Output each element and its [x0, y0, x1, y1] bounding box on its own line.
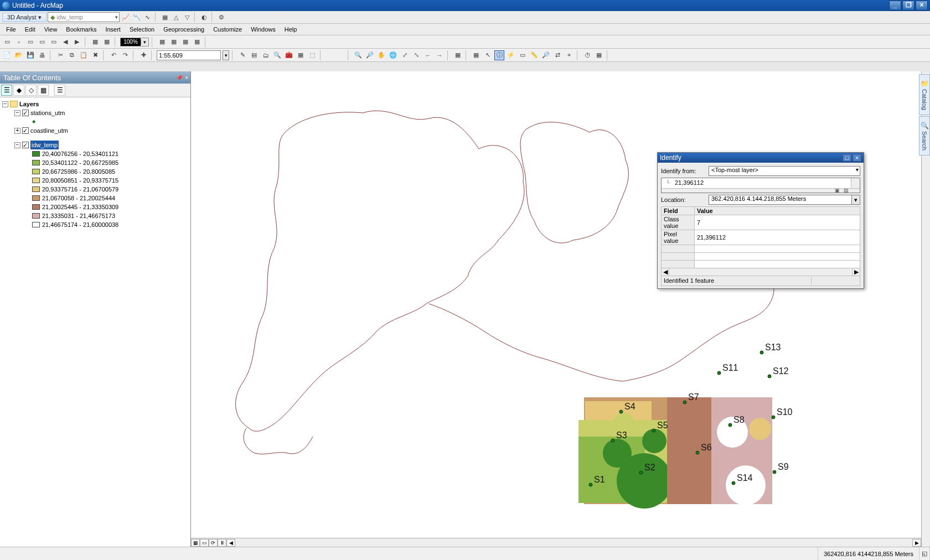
- station-point[interactable]: [619, 410, 623, 413]
- toc-pin-icon[interactable]: 📌: [176, 75, 183, 81]
- identify-titlebar[interactable]: Identify □ ×: [658, 153, 864, 163]
- find-route-icon[interactable]: ⇄: [552, 50, 562, 60]
- expand-icon[interactable]: −: [14, 110, 20, 116]
- tin-node-icon[interactable]: ▽: [182, 12, 192, 22]
- scale-dropdown-icon[interactable]: ▾: [223, 50, 229, 60]
- menu-customize[interactable]: Customize: [209, 25, 246, 34]
- toc-list-by-source-icon[interactable]: ◆: [13, 85, 24, 96]
- go-forward-icon[interactable]: →: [435, 50, 445, 60]
- list-hscrollbar[interactable]: [662, 188, 860, 193]
- arctoolbox-icon[interactable]: 🧰: [284, 50, 294, 60]
- find-icon[interactable]: 🔎: [541, 50, 551, 60]
- tin-edit-icon[interactable]: △: [171, 12, 181, 22]
- select-features-icon[interactable]: ▦: [453, 50, 463, 60]
- station-point[interactable]: [732, 481, 735, 485]
- paste-icon[interactable]: 📋: [79, 50, 89, 60]
- scroll-left-icon[interactable]: ◀: [226, 539, 235, 547]
- create-viewer-icon[interactable]: ▦: [594, 50, 604, 60]
- toc-options-icon[interactable]: ☰: [54, 85, 65, 96]
- pause-drawing-icon[interactable]: ⏸: [218, 539, 226, 547]
- page-setup-icon[interactable]: ▦: [102, 37, 112, 47]
- identify-window[interactable]: Identify □ × Identify from: <Top-most la…: [657, 152, 864, 289]
- new-icon[interactable]: 📄: [2, 50, 12, 60]
- identify-from-dropdown[interactable]: <Top-most layer>: [709, 166, 860, 176]
- menu-edit[interactable]: Edit: [21, 25, 39, 34]
- options-icon[interactable]: ⚙: [216, 12, 226, 22]
- delete-icon[interactable]: ✖: [90, 50, 100, 60]
- interpolate-line-icon[interactable]: 📈: [121, 12, 131, 22]
- go-back-icon[interactable]: ←: [423, 50, 433, 60]
- table-header-field[interactable]: Field: [662, 207, 695, 215]
- toc-list-by-selection-icon[interactable]: ▦: [38, 85, 49, 96]
- refresh-icon[interactable]: ⟳: [209, 539, 218, 547]
- data-frame-icon[interactable]: ▦: [192, 37, 202, 47]
- point-profile-icon[interactable]: 📉: [132, 12, 142, 22]
- menu-geoprocessing[interactable]: Geoprocessing: [159, 25, 208, 34]
- zoom-out-icon[interactable]: 🔎: [365, 50, 375, 60]
- maximize-button[interactable]: ❐: [902, 1, 914, 11]
- identify-icon[interactable]: ⓘ: [494, 50, 504, 60]
- station-point[interactable]: [611, 439, 614, 442]
- layout-full-icon[interactable]: ▭: [37, 37, 47, 47]
- toc-tree[interactable]: − Layers − stations_utm ◆ + coastline_ut…: [0, 97, 190, 547]
- undo-icon[interactable]: ↶: [108, 50, 118, 60]
- fixed-zoom-in-icon[interactable]: ⤢: [400, 50, 410, 60]
- toc-close-icon[interactable]: ×: [185, 75, 188, 81]
- station-point[interactable]: [696, 451, 699, 454]
- search-window-icon[interactable]: 🔍: [272, 50, 282, 60]
- menu-help[interactable]: Help: [281, 25, 301, 34]
- layout-100-icon[interactable]: ▭: [49, 37, 59, 47]
- station-point[interactable]: [717, 371, 721, 375]
- layer-stations-utm[interactable]: stations_utm: [30, 108, 65, 117]
- scroll-right-icon[interactable]: ▶: [912, 539, 921, 547]
- 3d-analyst-button[interactable]: 3D Analyst ▾: [2, 13, 46, 22]
- full-extent-icon[interactable]: 🌐: [388, 50, 398, 60]
- layout-next-icon[interactable]: ▶: [72, 37, 82, 47]
- station-point[interactable]: [773, 470, 776, 474]
- layer-idw-temp[interactable]: idw_temp: [30, 141, 59, 149]
- pointer-icon[interactable]: ↖: [483, 50, 493, 60]
- layout-pan-icon[interactable]: ▭: [25, 37, 35, 47]
- search-tab[interactable]: 🔍 Search: [919, 116, 930, 155]
- station-point[interactable]: [683, 401, 686, 404]
- zoom-in-icon[interactable]: 🔍: [353, 50, 363, 60]
- identify-close-icon[interactable]: ×: [852, 154, 861, 162]
- layout-zoom-out-icon[interactable]: ▫: [14, 37, 24, 47]
- close-button[interactable]: ×: [916, 1, 928, 11]
- data-view-icon[interactable]: ▦: [191, 539, 200, 547]
- minimize-button[interactable]: _: [889, 1, 901, 11]
- data-driven-icon[interactable]: ▦: [90, 37, 100, 47]
- change-layout-icon[interactable]: ▦: [180, 37, 190, 47]
- station-point[interactable]: [639, 471, 643, 474]
- station-point[interactable]: [652, 429, 655, 432]
- focus-dataframe-icon[interactable]: ▦: [169, 37, 179, 47]
- print-icon[interactable]: 🖶: [37, 50, 47, 60]
- map-canvas[interactable]: S1S2S3S4S5S6S7S8S9S10S11S12S13S14: [191, 71, 930, 547]
- identify-results-list[interactable]: └ 21,396112 ▣ ▤: [661, 178, 860, 193]
- toggle-draft-icon[interactable]: ▦: [157, 37, 167, 47]
- create-graph-icon[interactable]: ∿: [143, 12, 153, 22]
- catalog-icon[interactable]: 🗂: [261, 50, 271, 60]
- station-point[interactable]: [589, 483, 592, 486]
- menu-bookmarks[interactable]: Bookmarks: [62, 25, 100, 34]
- identify-maximize-icon[interactable]: □: [843, 154, 851, 162]
- layer-checkbox[interactable]: [22, 142, 29, 148]
- station-point[interactable]: [760, 351, 763, 354]
- catalog-tab[interactable]: 📁 Catalog: [919, 74, 930, 115]
- menu-selection[interactable]: Selection: [126, 25, 158, 34]
- expand-icon[interactable]: −: [14, 142, 20, 148]
- editor-toolbar-icon[interactable]: ✎: [237, 50, 247, 60]
- map-scale-input[interactable]: [157, 50, 221, 60]
- identify-flash-icons[interactable]: ▣ ▤: [835, 188, 850, 193]
- expand-icon[interactable]: −: [2, 101, 8, 107]
- identify-table-hscroll[interactable]: ◀▶: [661, 268, 860, 276]
- toc-root-label[interactable]: Layers: [19, 100, 39, 108]
- pan-icon[interactable]: ✋: [376, 50, 386, 60]
- menu-insert[interactable]: Insert: [101, 25, 125, 34]
- layer-checkbox[interactable]: [22, 110, 29, 116]
- html-popup-icon[interactable]: ▭: [518, 50, 528, 60]
- list-scrollbar[interactable]: [851, 178, 860, 188]
- expand-icon[interactable]: +: [14, 128, 20, 134]
- toc-list-by-visibility-icon[interactable]: ◇: [25, 85, 37, 96]
- surface-tool-icon[interactable]: ◐: [199, 12, 209, 22]
